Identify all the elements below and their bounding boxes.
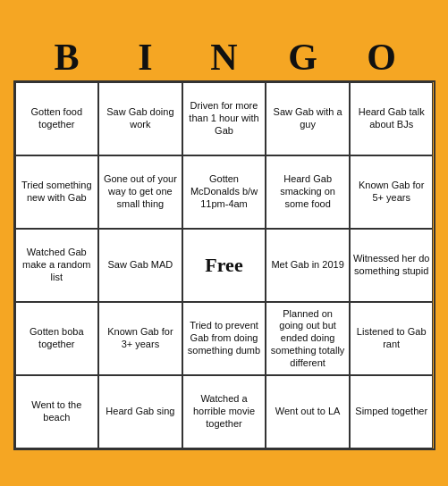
bingo-cell-16[interactable]: Known Gab for 3+ years	[98, 302, 182, 375]
bingo-cell-1[interactable]: Saw Gab doing work	[98, 82, 182, 155]
bingo-cell-19[interactable]: Listened to Gab rant	[350, 302, 434, 375]
bingo-cell-2[interactable]: Driven for more than 1 hour with Gab	[182, 82, 266, 155]
bingo-grid: Gotten food togetherSaw Gab doing workDr…	[13, 80, 435, 450]
bingo-cell-3[interactable]: Saw Gab with a guy	[266, 82, 350, 155]
bingo-cell-7[interactable]: Gotten McDonalds b/w 11pm-4am	[182, 155, 266, 229]
bingo-cell-22[interactable]: Watched a horrible movie together	[182, 375, 266, 448]
bingo-cell-4[interactable]: Heard Gab talk about BJs	[350, 82, 434, 155]
bingo-title: B I N G O	[13, 36, 435, 79]
bingo-cell-9[interactable]: Known Gab for 5+ years	[350, 155, 434, 229]
bingo-cell-0[interactable]: Gotten food together	[15, 82, 99, 155]
letter-b: B	[28, 36, 106, 79]
bingo-cell-13[interactable]: Met Gab in 2019	[266, 229, 350, 302]
letter-o: O	[342, 36, 421, 79]
bingo-cell-24[interactable]: Simped together	[350, 375, 434, 448]
letter-i: I	[106, 36, 185, 79]
letter-g: G	[264, 36, 342, 79]
bingo-cell-14[interactable]: Witnessed her do something stupid	[350, 229, 434, 302]
bingo-cell-18[interactable]: Planned on going out but ended doing som…	[266, 302, 350, 375]
bingo-cell-23[interactable]: Went out to LA	[266, 375, 350, 448]
bingo-cell-11[interactable]: Saw Gab MAD	[98, 229, 182, 302]
bingo-cell-12[interactable]: Free	[182, 229, 266, 302]
bingo-cell-10[interactable]: Watched Gab make a random list	[15, 229, 99, 302]
bingo-card: B I N G O Gotten food togetherSaw Gab do…	[10, 32, 439, 454]
bingo-cell-8[interactable]: Heard Gab smacking on some food	[266, 155, 350, 229]
bingo-cell-15[interactable]: Gotten boba together	[15, 302, 99, 375]
bingo-cell-20[interactable]: Went to the beach	[15, 375, 99, 448]
bingo-cell-17[interactable]: Tried to prevent Gab from doing somethin…	[182, 302, 266, 375]
bingo-cell-6[interactable]: Gone out of your way to get one small th…	[98, 155, 182, 229]
letter-n: N	[185, 36, 264, 79]
bingo-cell-21[interactable]: Heard Gab sing	[98, 375, 182, 448]
bingo-cell-5[interactable]: Tried something new with Gab	[15, 155, 99, 229]
